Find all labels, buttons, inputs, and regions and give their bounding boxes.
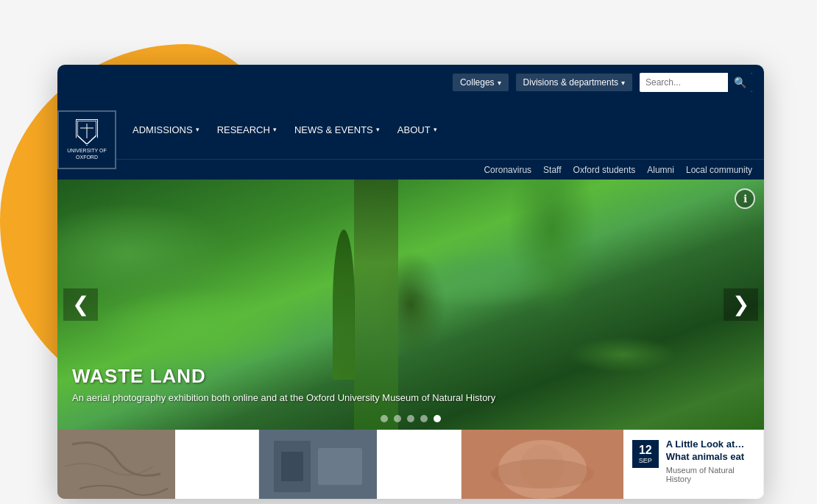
- news-item-2[interactable]: [259, 430, 461, 499]
- secondary-link-oxford-students[interactable]: Oxford students: [573, 165, 636, 175]
- oxford-logo[interactable]: UNIVERSITY OF OXFORD: [57, 110, 116, 169]
- news-item-1[interactable]: [57, 430, 259, 499]
- news-thumb-3: [461, 430, 623, 499]
- hero-info-button[interactable]: ℹ: [735, 188, 755, 209]
- navbar-top: Colleges Divisions & departments 🔍: [57, 65, 764, 100]
- nav-link-about[interactable]: ABOUT: [389, 120, 446, 140]
- hero-title: WASTE LAND: [72, 365, 495, 388]
- hero-dot-3[interactable]: [407, 415, 414, 422]
- navbar: Colleges Divisions & departments 🔍: [57, 65, 764, 180]
- nav-links: ADMISSIONS RESEARCH NEWS & EVENTS ABOUT: [124, 100, 764, 159]
- search-icon: 🔍: [734, 77, 746, 88]
- hero-subtitle: An aerial photography exhibition both on…: [72, 392, 495, 403]
- info-icon: ℹ: [743, 193, 747, 205]
- hero-dot-5[interactable]: [434, 415, 441, 422]
- hero-dot-2[interactable]: [394, 415, 401, 422]
- news-date-day: 12: [638, 443, 653, 457]
- colleges-dropdown[interactable]: Colleges: [453, 74, 509, 91]
- hero-dots: [381, 415, 441, 422]
- hero-dot-1[interactable]: [381, 415, 388, 422]
- search-wrapper: 🔍: [640, 73, 752, 92]
- browser-window: Colleges Divisions & departments 🔍: [57, 65, 764, 499]
- secondary-link-alumni[interactable]: Alumni: [647, 165, 674, 175]
- nav-link-research[interactable]: RESEARCH: [208, 120, 286, 140]
- oxford-logo-text: UNIVERSITY OF OXFORD: [67, 147, 107, 160]
- news-date-month: SEP: [638, 457, 653, 465]
- nav-link-news-events[interactable]: NEWS & EVENTS: [286, 120, 389, 140]
- svg-rect-5: [318, 448, 362, 485]
- hero-next-button[interactable]: ❯: [724, 288, 758, 321]
- secondary-link-coronavirus[interactable]: Coronavirus: [484, 165, 531, 175]
- news-venue-3: Museum of Natural History: [666, 466, 754, 483]
- news-strip: 12 SEP A Little Look at… What animals ea…: [57, 430, 764, 499]
- secondary-link-staff[interactable]: Staff: [543, 165, 561, 175]
- news-thumb-1: [57, 430, 175, 499]
- navbar-secondary: Coronavirus Staff Oxford students Alumni…: [57, 159, 764, 180]
- svg-point-10: [491, 459, 594, 489]
- news-thumb-2: [259, 430, 377, 499]
- divisions-dropdown[interactable]: Divisions & departments: [516, 74, 632, 91]
- news-content-3: 12 SEP A Little Look at… What animals ea…: [623, 430, 763, 499]
- news-title-3: A Little Look at… What animals eat: [666, 439, 754, 464]
- hero-dot-4[interactable]: [420, 415, 428, 422]
- news-item-3[interactable]: 12 SEP A Little Look at… What animals ea…: [461, 430, 764, 499]
- search-input[interactable]: [640, 74, 728, 91]
- news-text-3: A Little Look at… What animals eat Museu…: [666, 439, 754, 483]
- hero-slider: ℹ ❮ ❯ WASTE LAND An aerial photography e…: [57, 180, 764, 430]
- hero-caption: WASTE LAND An aerial photography exhibit…: [72, 365, 495, 403]
- secondary-link-local-community[interactable]: Local community: [686, 165, 752, 175]
- news-info-3: 12 SEP A Little Look at… What animals ea…: [632, 439, 754, 483]
- search-button[interactable]: 🔍: [728, 73, 752, 92]
- oxford-shield: [76, 119, 98, 146]
- news-date-badge: 12 SEP: [632, 440, 659, 468]
- navbar-top-right: Colleges Divisions & departments 🔍: [453, 73, 752, 92]
- hero-prev-button[interactable]: ❮: [63, 288, 98, 321]
- nav-link-admissions[interactable]: ADMISSIONS: [124, 120, 208, 140]
- svg-rect-6: [281, 452, 303, 481]
